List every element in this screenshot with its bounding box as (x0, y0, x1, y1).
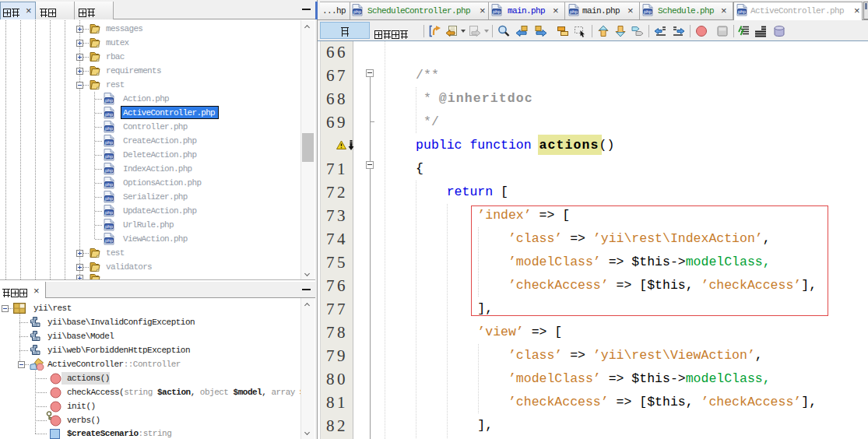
svg-text:php: php (105, 182, 114, 187)
svg-text:php: php (570, 9, 578, 14)
svg-text:php: php (105, 196, 114, 201)
svg-text:php: php (105, 126, 114, 131)
svg-text:php: php (105, 112, 114, 117)
svg-text:php: php (738, 9, 747, 14)
svg-text:php: php (644, 9, 652, 14)
svg-text:php: php (353, 9, 362, 14)
svg-text:php: php (105, 224, 114, 229)
svg-text:php: php (105, 238, 114, 243)
svg-text:php: php (493, 9, 501, 14)
svg-text:php: php (105, 98, 114, 103)
svg-text:php: php (105, 210, 114, 215)
svg-text:php: php (105, 140, 114, 145)
svg-text:php: php (105, 154, 114, 159)
svg-text:php: php (105, 168, 114, 173)
